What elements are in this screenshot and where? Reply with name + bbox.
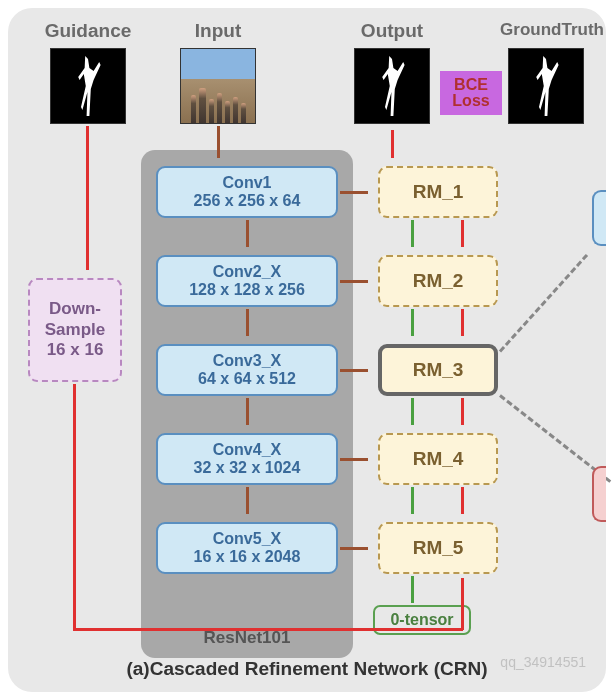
- arrow-r-rm3: [461, 398, 464, 425]
- label-output: Output: [342, 20, 442, 42]
- guidance-thumb: [50, 48, 126, 124]
- conv5-box: Conv5_X 16 x 16 x 2048: [156, 522, 338, 574]
- bce-line2: Loss: [452, 93, 489, 109]
- arrow-rm1-output: [391, 130, 394, 158]
- rm3-box: RM_3: [378, 344, 498, 396]
- label-input: Input: [178, 20, 258, 42]
- arrow-r-rm4: [461, 487, 464, 514]
- ds-line1: Down-: [49, 299, 101, 319]
- conv1-name: Conv1: [223, 174, 272, 192]
- arrow-input-conv1: [217, 126, 220, 158]
- right-partial-blue: [592, 190, 606, 246]
- arrow-g-rm2: [411, 309, 414, 336]
- arrow-c1-c2: [246, 220, 249, 247]
- rm4-box: RM_4: [378, 433, 498, 485]
- arrow-ds-down: [73, 384, 76, 630]
- conv2-dims: 128 x 128 x 256: [189, 281, 305, 299]
- arrow-g-rm3: [411, 398, 414, 425]
- arrow-c5-rm5: [340, 547, 368, 550]
- conv2-name: Conv2_X: [213, 263, 281, 281]
- ds-line3: 16 x 16: [47, 340, 104, 360]
- input-thumb: [180, 48, 256, 124]
- arrow-ds-horiz: [73, 628, 463, 631]
- conv4-name: Conv4_X: [213, 441, 281, 459]
- conv5-dims: 16 x 16 x 2048: [194, 548, 301, 566]
- arrow-ds-up: [461, 578, 464, 630]
- conv3-box: Conv3_X 64 x 64 x 512: [156, 344, 338, 396]
- ds-line2: Sample: [45, 320, 105, 340]
- bce-loss-box: BCE Loss: [440, 71, 502, 115]
- conv2-box: Conv2_X 128 x 128 x 256: [156, 255, 338, 307]
- rm2-box: RM_2: [378, 255, 498, 307]
- arrow-c3-c4: [246, 398, 249, 425]
- arrow-c4-c5: [246, 487, 249, 514]
- right-partial-red: [592, 466, 606, 522]
- arrow-g-rm4: [411, 487, 414, 514]
- conv1-box: Conv1 256 x 256 x 64: [156, 166, 338, 218]
- diagram-panel: Guidance Input Output GroundTruth BCE Lo…: [8, 8, 606, 692]
- arrow-r-rm1: [461, 220, 464, 247]
- arrow-c1-rm1: [340, 191, 368, 194]
- bce-line1: BCE: [454, 77, 488, 93]
- conv3-name: Conv3_X: [213, 352, 281, 370]
- watermark: qq_34914551: [500, 654, 586, 670]
- output-thumb: [354, 48, 430, 124]
- label-groundtruth: GroundTruth: [492, 20, 612, 40]
- arrow-g-rm5: [411, 576, 414, 603]
- conv4-box: Conv4_X 32 x 32 x 1024: [156, 433, 338, 485]
- arrow-c2-rm2: [340, 280, 368, 283]
- dash-rm3-top: [499, 254, 588, 353]
- label-guidance: Guidance: [38, 20, 138, 42]
- arrow-c2-c3: [246, 309, 249, 336]
- arrow-c3-rm3: [340, 369, 368, 372]
- arrow-g-rm1: [411, 220, 414, 247]
- rm1-box: RM_1: [378, 166, 498, 218]
- arrow-guid-ds: [86, 126, 89, 270]
- groundtruth-thumb: [508, 48, 584, 124]
- resnet-label: ResNet101: [141, 628, 353, 648]
- rm5-box: RM_5: [378, 522, 498, 574]
- downsample-box: Down- Sample 16 x 16: [28, 278, 122, 382]
- conv4-dims: 32 x 32 x 1024: [194, 459, 301, 477]
- conv1-dims: 256 x 256 x 64: [194, 192, 301, 210]
- conv5-name: Conv5_X: [213, 530, 281, 548]
- conv3-dims: 64 x 64 x 512: [198, 370, 296, 388]
- arrow-c4-rm4: [340, 458, 368, 461]
- arrow-r-rm2: [461, 309, 464, 336]
